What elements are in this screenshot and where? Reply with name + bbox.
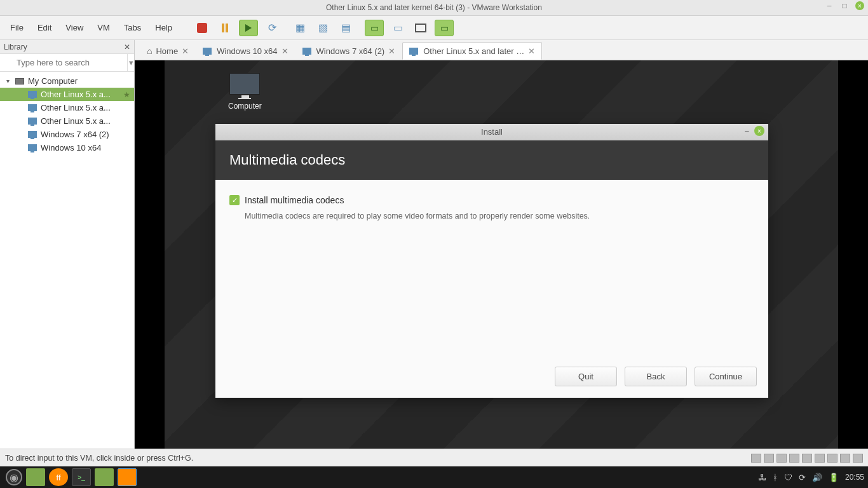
vm-icon bbox=[409, 48, 418, 55]
taskbar-folder-icon[interactable] bbox=[95, 468, 114, 486]
tab-close-icon[interactable]: ✕ bbox=[182, 46, 189, 56]
library-item[interactable]: Other Linux 5.x a... bbox=[0, 101, 134, 114]
installer-heading: Multimedia codecs bbox=[215, 140, 768, 180]
menu-edit[interactable]: Edit bbox=[31, 20, 58, 35]
menu-tabs[interactable]: Tabs bbox=[118, 20, 147, 35]
toolbar-unity-icon[interactable]: ▭ bbox=[389, 19, 407, 37]
window-titlebar: Other Linux 5.x and later kernel 64-bit … bbox=[0, 0, 868, 16]
back-button[interactable]: Back bbox=[625, 367, 687, 386]
menu-vm[interactable]: VM bbox=[91, 20, 116, 35]
toolbar-snapshot-icon[interactable]: ▦ bbox=[291, 19, 309, 37]
toolbar-play-button[interactable] bbox=[239, 20, 258, 36]
installer-titlebar: Install – × bbox=[215, 124, 768, 140]
tray-volume-icon[interactable]: 🔊 bbox=[812, 473, 822, 482]
taskbar-vmware-icon[interactable] bbox=[118, 468, 137, 486]
tab-vm[interactable]: Windows 10 x64 ✕ bbox=[196, 42, 295, 60]
computer-icon bbox=[15, 78, 24, 85]
library-item[interactable]: Other Linux 5.x a... bbox=[0, 88, 134, 101]
tab-close-icon[interactable]: ✕ bbox=[281, 46, 288, 56]
mint-menu-icon[interactable]: ◉ bbox=[6, 469, 22, 485]
toolbar-console-button[interactable]: ▭ bbox=[365, 20, 384, 36]
vm-icon bbox=[302, 48, 311, 55]
menu-file[interactable]: File bbox=[4, 20, 30, 35]
menu-view[interactable]: View bbox=[59, 20, 90, 35]
library-search-dropdown-icon[interactable]: ▾ bbox=[127, 54, 134, 71]
library-title: Library bbox=[4, 43, 27, 51]
tray-bluetooth-icon[interactable]: ᚼ bbox=[773, 473, 778, 482]
tab-close-icon[interactable]: ✕ bbox=[388, 46, 395, 56]
taskbar-firefox-icon[interactable]: ff bbox=[49, 468, 68, 486]
installer-dialog: Install – × Multimedia codecs ✓ Install … bbox=[215, 124, 768, 398]
tab-close-icon[interactable]: ✕ bbox=[528, 46, 535, 56]
toolbar-fullscreen-icon[interactable] bbox=[412, 19, 430, 37]
toolbar-restart-icon[interactable]: ⟳ bbox=[263, 19, 281, 37]
taskbar-terminal-icon[interactable]: >_ bbox=[72, 468, 91, 486]
install-codecs-checkbox[interactable]: ✓ bbox=[229, 195, 240, 205]
taskbar-clock[interactable]: 20:55 bbox=[845, 473, 864, 482]
installer-minimize-icon[interactable]: – bbox=[745, 126, 749, 136]
continue-button[interactable]: Continue bbox=[695, 367, 757, 386]
window-minimize-icon[interactable]: – bbox=[825, 1, 834, 10]
device-icon[interactable] bbox=[751, 454, 761, 463]
status-hint: To direct input to this VM, click inside… bbox=[5, 454, 193, 463]
toolbar-pause-button[interactable] bbox=[216, 19, 234, 37]
device-icon[interactable] bbox=[827, 454, 837, 463]
guest-display[interactable]: Computer Install – × Multimedia codecs bbox=[135, 60, 868, 449]
device-icon[interactable] bbox=[789, 454, 799, 463]
status-bar: To direct input to this VM, click inside… bbox=[0, 449, 868, 466]
library-search-input[interactable] bbox=[0, 54, 127, 71]
toolbar-stop-button[interactable] bbox=[193, 19, 211, 37]
library-item[interactable]: Windows 7 x64 (2) bbox=[0, 128, 134, 141]
toolbar-revert-icon[interactable]: ▧ bbox=[314, 19, 332, 37]
device-icon[interactable] bbox=[840, 454, 850, 463]
taskbar-files-icon[interactable] bbox=[26, 468, 45, 486]
menu-help[interactable]: Help bbox=[149, 20, 179, 35]
tray-sync-icon[interactable]: ⟳ bbox=[799, 473, 806, 482]
tray-network-icon[interactable]: 🖧 bbox=[758, 473, 766, 482]
toolbar-manage-icon[interactable]: ▤ bbox=[337, 19, 355, 37]
tab-vm-active[interactable]: Other Linux 5.x and later kerne... ✕ bbox=[402, 42, 542, 60]
vm-icon bbox=[28, 144, 37, 151]
library-root[interactable]: ▾ My Computer bbox=[0, 74, 134, 88]
device-icon[interactable] bbox=[815, 454, 825, 463]
tab-vm[interactable]: Windows 7 x64 (2) ✕ bbox=[295, 42, 403, 60]
device-icon[interactable] bbox=[776, 454, 787, 463]
home-icon: ⌂ bbox=[147, 46, 152, 56]
install-codecs-description: Multimedia codecs are required to play s… bbox=[245, 212, 754, 220]
library-tree: ▾ My Computer Other Linux 5.x a... Other… bbox=[0, 72, 134, 157]
vm-icon bbox=[28, 91, 37, 98]
device-icon[interactable] bbox=[853, 454, 863, 463]
window-maximize-icon[interactable]: □ bbox=[840, 1, 849, 10]
device-icon[interactable] bbox=[764, 454, 774, 463]
main-area: ⌂ Home ✕ Windows 10 x64 ✕ Windows 7 x64 … bbox=[135, 40, 868, 449]
install-codecs-label: Install multimedia codecs bbox=[245, 195, 344, 205]
tray-battery-icon[interactable]: 🔋 bbox=[829, 473, 839, 482]
installer-close-icon[interactable]: × bbox=[754, 126, 764, 136]
window-title: Other Linux 5.x and later kernel 64-bit … bbox=[326, 3, 542, 12]
library-item[interactable]: Other Linux 5.x a... bbox=[0, 114, 134, 128]
quit-button[interactable]: Quit bbox=[555, 367, 617, 386]
tray-updates-icon[interactable]: 🛡 bbox=[784, 473, 792, 482]
window-close-icon[interactable]: × bbox=[855, 1, 864, 10]
tab-home[interactable]: ⌂ Home ✕ bbox=[140, 42, 196, 60]
vm-icon bbox=[28, 104, 37, 111]
device-icon[interactable] bbox=[802, 454, 812, 463]
library-close-icon[interactable]: ✕ bbox=[124, 43, 130, 51]
toolbar-stretch-button[interactable]: ▭ bbox=[435, 20, 454, 36]
host-taskbar: ◉ ff >_ 🖧 ᚼ 🛡 ⟳ 🔊 🔋 20:55 bbox=[0, 466, 868, 488]
library-item[interactable]: Windows 10 x64 bbox=[0, 141, 134, 154]
menu-bar: File Edit View VM Tabs Help ⟳ ▦ ▧ ▤ ▭ ▭ … bbox=[0, 16, 868, 40]
status-device-icons bbox=[751, 454, 863, 463]
desktop-computer-icon[interactable]: Computer bbox=[228, 73, 262, 111]
tab-bar: ⌂ Home ✕ Windows 10 x64 ✕ Windows 7 x64 … bbox=[135, 40, 868, 60]
vm-icon bbox=[28, 131, 37, 138]
vm-icon bbox=[28, 118, 37, 125]
library-panel: Library ✕ ▾ ▾ My Computer Other Linux 5.… bbox=[0, 40, 135, 449]
vm-icon bbox=[203, 48, 212, 55]
